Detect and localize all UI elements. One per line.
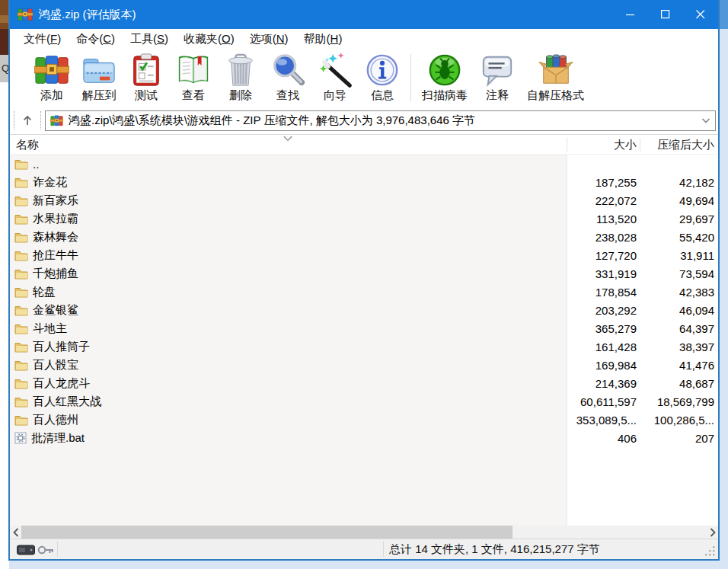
file-row[interactable]: 千炮捕鱼 331,919 73,594 [10, 264, 718, 283]
file-row[interactable]: 百人龙虎斗 214,369 48,687 [10, 374, 718, 392]
file-size: 365,279 [567, 322, 640, 335]
archive-totals: 总计 14 文件夹, 1 文件, 416,215,277 字节 [389, 542, 600, 557]
folder-icon [14, 195, 28, 206]
up-arrow-icon [21, 114, 34, 126]
file-packed-size: 42,383 [640, 286, 718, 299]
file-packed-size: 100,286,5... [640, 414, 718, 427]
file-name: 百人龙虎斗 [33, 376, 90, 391]
books-icon [34, 53, 69, 88]
file-packed-size: 49,694 [640, 194, 718, 207]
file-row[interactable]: 百人红黑大战 60,611,597 18,569,799 [10, 392, 718, 411]
maximize-button[interactable] [648, 0, 683, 29]
toolbar-button-wizard[interactable]: 向导 [311, 53, 359, 103]
file-size: 203,292 [567, 304, 640, 317]
file-row[interactable]: 新百家乐 222,072 49,694 [10, 191, 718, 209]
toolbar-button-sfx[interactable]: 自解压格式 [521, 53, 590, 103]
sort-indicator-icon [283, 136, 293, 142]
toolbar-button-label: 向导 [324, 88, 346, 103]
scroll-left-button[interactable] [10, 526, 21, 539]
toolbar-button-extract[interactable]: 解压到 [75, 53, 123, 103]
file-size: 222,072 [567, 194, 640, 207]
file-list: 名称 大小 压缩后大小 .. 诈金花 187,255 42,182 [10, 134, 718, 526]
up-one-level-button[interactable] [18, 110, 37, 130]
file-row[interactable]: 森林舞会 238,028 55,420 [10, 228, 718, 246]
folder-icon [14, 323, 28, 334]
folder-icon [14, 250, 28, 261]
delete-icon [223, 53, 258, 88]
winrar-app-icon[interactable] [18, 7, 33, 22]
maximize-icon [661, 10, 670, 19]
file-row[interactable]: 斗地主 365,279 64,397 [10, 319, 718, 337]
file-name: 百人德州 [33, 413, 78, 427]
dropdown-chevron-icon[interactable] [701, 118, 710, 123]
disk-status-icon [17, 545, 35, 555]
column-header-size[interactable]: 大小 [567, 135, 640, 155]
file-name: .. [33, 158, 39, 171]
file-name: 诈金花 [33, 175, 67, 190]
file-row[interactable]: .. [10, 155, 718, 173]
file-row[interactable]: 批清理.bat 406 207 [10, 429, 718, 447]
folder-icon [14, 213, 28, 225]
folder-icon [14, 414, 28, 426]
toolbar-button-delete[interactable]: 删除 [217, 53, 264, 103]
close-icon [696, 10, 705, 19]
file-row[interactable]: 水果拉霸 113,520 29,697 [10, 209, 718, 228]
file-row[interactable]: 抢庄牛牛 127,720 31,911 [10, 246, 718, 264]
close-button[interactable] [683, 0, 718, 29]
toolbar-button-find[interactable]: 查找 [264, 53, 311, 103]
file-name: 水果拉霸 [33, 212, 78, 226]
toolbar-button-label: 删除 [229, 88, 252, 103]
sfx-icon [538, 53, 573, 88]
address-combobox[interactable]: 鸿盛.zip\鸿盛\系统模块\游戏组件 - ZIP 压缩文件, 解包大小为 3,… [45, 110, 716, 131]
column-resize-handle[interactable] [640, 138, 640, 152]
file-row[interactable]: 诈金花 187,255 42,182 [10, 173, 718, 191]
toolbar-button-virus[interactable]: 扫描病毒 [416, 53, 474, 103]
toolbar-button-test[interactable]: 测试 [123, 53, 170, 103]
file-size: 331,919 [567, 267, 640, 280]
file-row[interactable]: 轮盘 178,854 42,383 [10, 283, 718, 301]
menu-item[interactable]: 帮助(H) [296, 30, 350, 49]
view-icon [176, 53, 211, 88]
file-size: 187,255 [567, 176, 640, 189]
column-header-packed-size[interactable]: 压缩后大小 [640, 135, 718, 155]
key-license-icon[interactable] [37, 545, 54, 555]
file-row[interactable]: 百人德州 353,089,5... 100,286,5... [10, 411, 718, 429]
toolbar-button-info[interactable]: 信息 [359, 53, 406, 103]
file-packed-size: 207 [640, 432, 718, 445]
menu-item[interactable]: 选项(N) [242, 30, 296, 49]
toolbar-button-books[interactable]: 添加 [28, 53, 75, 103]
scroll-right-button[interactable] [707, 526, 718, 539]
file-row[interactable]: 金鲨银鲨 203,292 46,094 [10, 301, 718, 319]
address-gripper[interactable] [40, 111, 41, 129]
file-size: 127,720 [567, 249, 640, 262]
toolbar-button-comment[interactable]: 注释 [474, 53, 521, 103]
file-packed-size: 29,697 [640, 213, 718, 225]
chevron-right-icon [710, 528, 716, 537]
menu-item[interactable]: 文件(F) [16, 30, 69, 49]
minimize-button[interactable] [613, 0, 648, 29]
menu-item[interactable]: 工具(S) [123, 30, 176, 49]
folder-icon [14, 158, 28, 170]
file-packed-size: 41,476 [640, 359, 718, 372]
folder-icon [14, 378, 28, 389]
toolbar-button-label: 测试 [135, 88, 158, 103]
file-row[interactable]: 百人推筒子 161,428 38,397 [10, 337, 718, 356]
file-row[interactable]: 百人骰宝 169,984 41,476 [10, 356, 718, 374]
toolbar-button-view[interactable]: 查看 [170, 53, 217, 103]
file-packed-size: 38,397 [640, 340, 718, 353]
horizontal-scrollbar[interactable] [10, 526, 718, 539]
scrollbar-thumb[interactable] [21, 526, 512, 539]
file-name: 千炮捕鱼 [33, 267, 78, 281]
file-size: 60,611,597 [567, 395, 640, 408]
address-gripper[interactable] [14, 111, 14, 129]
statusbar-divider [57, 542, 58, 557]
resize-grip-icon[interactable] [705, 546, 716, 557]
file-name: 金鲨银鲨 [33, 303, 78, 318]
test-icon [129, 53, 164, 88]
file-size: 406 [567, 432, 640, 445]
column-divider [567, 155, 567, 526]
file-packed-size: 18,569,799 [640, 395, 718, 408]
column-resize-handle[interactable] [567, 138, 567, 152]
menu-item[interactable]: 收藏夹(O) [176, 30, 242, 49]
menu-item[interactable]: 命令(C) [69, 30, 123, 49]
